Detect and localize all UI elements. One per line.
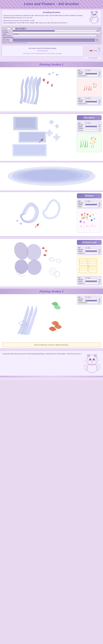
pen-size-label: Pen Size bbox=[3, 30, 12, 32]
svg-point-15 bbox=[93, 84, 94, 85]
footer-heart: ♥ bbox=[80, 353, 81, 355]
max-opacity-slider[interactable] bbox=[13, 40, 95, 42]
svg-text:♡: ♡ bbox=[84, 358, 85, 359]
sl2-minsize-slider[interactable] bbox=[85, 279, 97, 280]
ps1b-minsize-slider[interactable] bbox=[85, 99, 97, 101]
main-content: Installing brushes Unzip the Lines and F… bbox=[0, 10, 103, 380]
pen-movement-area: "Pen movement" - - - - - - - - bbox=[85, 45, 101, 60]
svg-rect-80 bbox=[89, 258, 97, 266]
ps1-flower-deco bbox=[77, 79, 102, 96]
svg-point-99 bbox=[94, 359, 94, 360]
ps2-density-slider[interactable] bbox=[85, 300, 97, 301]
sl2-minsize-val: 0% bbox=[97, 279, 100, 280]
ps1-settings-bottom: Size ✓ 41.0 Min Size 0% Density bbox=[77, 96, 102, 106]
ps1-dropdown-btn[interactable]: ▼ bbox=[98, 75, 100, 76]
rib-size-val: 44.0 bbox=[87, 200, 91, 202]
sl2-size-check[interactable]: ✓ bbox=[85, 277, 87, 278]
ps1-density-slider[interactable] bbox=[85, 73, 97, 74]
ps1b-minsize-value: 0% bbox=[97, 100, 100, 101]
elevation-layout: Elevation Size ✓ 41.0 Min Size 0% bbox=[0, 114, 103, 161]
svg-point-43 bbox=[81, 214, 82, 215]
elev-pressure-slider[interactable] bbox=[85, 128, 97, 129]
quality-label: Quality bbox=[3, 34, 12, 35]
ps1-density-value: 100 bbox=[97, 73, 100, 74]
sl2-density-val: 100 bbox=[97, 281, 100, 282]
ps1-minsize-slider[interactable] bbox=[85, 72, 97, 73]
ps1-banner-text: Painting Strokes 1 bbox=[40, 63, 64, 66]
ps1-density-label: Density bbox=[78, 73, 85, 74]
pen-size-pro-opt[interactable]: Pen/Size Pro bbox=[8, 42, 14, 43]
hue-opt[interactable]: Hue ± Sat bbox=[15, 42, 20, 43]
tool-icon-2[interactable]: ▪ bbox=[18, 28, 20, 30]
ps1b-dropdown-btn[interactable]: ▼ bbox=[98, 103, 100, 104]
tool-icon-1[interactable]: ■ bbox=[15, 28, 17, 30]
ps2-size-check[interactable]: ✓ bbox=[85, 296, 87, 298]
elev-minsize-slider[interactable] bbox=[85, 124, 97, 126]
striped-leaf-settings: Size ✓ 41.0 Min Size 0% Density bbox=[77, 246, 102, 255]
svg-point-28 bbox=[93, 136, 94, 138]
pen-size-opt[interactable]: Pen/Size bbox=[3, 42, 7, 43]
advanced-settings-btn[interactable]: Advanced Settings bbox=[3, 37, 100, 38]
edge-hardness-slider[interactable] bbox=[13, 35, 96, 36]
texture-select[interactable] bbox=[13, 32, 100, 33]
ps1b-size-check[interactable]: ✓ bbox=[85, 98, 87, 99]
elev-dropdown-btn[interactable]: ▼ bbox=[98, 129, 100, 131]
ps2-minsize-slider[interactable] bbox=[85, 298, 97, 300]
rib-dropdown-btn[interactable]: ▼ bbox=[98, 206, 100, 208]
ps1-size-check[interactable]: ✓ bbox=[85, 70, 87, 71]
ps2-dropdown[interactable]: Painting Strokes 2 bbox=[78, 302, 98, 303]
sl-size-lbl: Size bbox=[78, 247, 85, 248]
sl-size-check[interactable]: ✓ bbox=[85, 247, 87, 248]
pen-size-slider[interactable] bbox=[13, 30, 96, 32]
footer-section: I hope you liked these and you'll create… bbox=[0, 350, 103, 376]
ps2-dropdown-btn[interactable]: ▼ bbox=[98, 302, 100, 304]
elev-dropdown[interactable]: Elevation bbox=[78, 129, 98, 131]
elev-size-lbl: Size bbox=[78, 122, 85, 124]
tip-text1: Let's take a brush with default settings… bbox=[4, 47, 82, 50]
min-density-slider[interactable] bbox=[13, 39, 95, 40]
sl-dropdown[interactable]: Striped Leaf bbox=[78, 252, 98, 254]
rib-size-check[interactable]: ✓ bbox=[85, 200, 87, 202]
ps2-size-val: 41.0 bbox=[87, 296, 91, 298]
sl-minsize-slider[interactable] bbox=[85, 249, 97, 250]
sl2-dropdown-btn[interactable]: ▼ bbox=[98, 282, 100, 284]
svg-point-104 bbox=[83, 364, 88, 371]
blend-mode-select[interactable]: Normal bbox=[3, 28, 10, 30]
rib-density-val: 100 bbox=[97, 204, 100, 205]
rib-size-lbl: Size bbox=[78, 200, 85, 202]
ps1-content: Size ✓ 41.0 Min Size 0% Density bbox=[0, 67, 103, 112]
ps1b-minsize-label: Min Size bbox=[78, 99, 85, 101]
elev-size-check[interactable]: ✓ bbox=[85, 122, 87, 124]
ribbon-right: Ribbon Size ✓ 44.0 Min Size 0% bbox=[75, 192, 103, 236]
elev-density-slider[interactable] bbox=[85, 126, 97, 127]
ribbon-name: Ribbon bbox=[85, 194, 93, 197]
sl-minsize-val: 0% bbox=[97, 249, 100, 250]
install-title: Installing brushes bbox=[3, 11, 100, 14]
svg-point-67 bbox=[89, 226, 90, 227]
rib-minsize-slider[interactable] bbox=[85, 202, 97, 204]
opacity-input[interactable]: 100 bbox=[11, 28, 15, 30]
tool-icon-4[interactable]: ◆ bbox=[22, 28, 24, 30]
sl2-dropdown[interactable]: Striped Leaf bbox=[78, 282, 98, 284]
svg-line-63 bbox=[87, 216, 87, 220]
ps1b-density-slider[interactable] bbox=[85, 101, 97, 102]
tool-icon-5[interactable]: ○ bbox=[24, 28, 26, 30]
svg-point-13 bbox=[96, 11, 96, 12]
svg-point-92 bbox=[87, 354, 90, 357]
section-striped-leaf: Striped Leaf Size ✓ 41.0 Min Size 0% bbox=[0, 238, 103, 287]
press-size-opt[interactable]: Press △ Size bbox=[21, 42, 27, 43]
ps1-brush-dropdown[interactable]: Painting Strokes 1 bbox=[78, 75, 98, 76]
rib-dropdown[interactable]: Ribbon bbox=[78, 206, 98, 207]
sl-dropdown-btn[interactable]: ▼ bbox=[98, 252, 100, 254]
svg-point-98 bbox=[90, 359, 91, 360]
svg-point-54 bbox=[83, 221, 85, 223]
tool-icon-3[interactable]: ● bbox=[20, 28, 22, 30]
bottom-strip bbox=[0, 376, 103, 377]
sl2-density-slider[interactable] bbox=[85, 280, 97, 282]
rib-density-slider[interactable] bbox=[85, 204, 97, 205]
sl-density-slider[interactable] bbox=[85, 250, 97, 252]
svg-point-18 bbox=[94, 85, 94, 86]
striped-leaf-right: Striped Leaf Size ✓ 41.0 Min Size 0% bbox=[75, 238, 103, 287]
ps1b-brush-dropdown[interactable]: Painting Strokes 1 bbox=[78, 103, 98, 104]
svg-point-17 bbox=[95, 84, 97, 85]
